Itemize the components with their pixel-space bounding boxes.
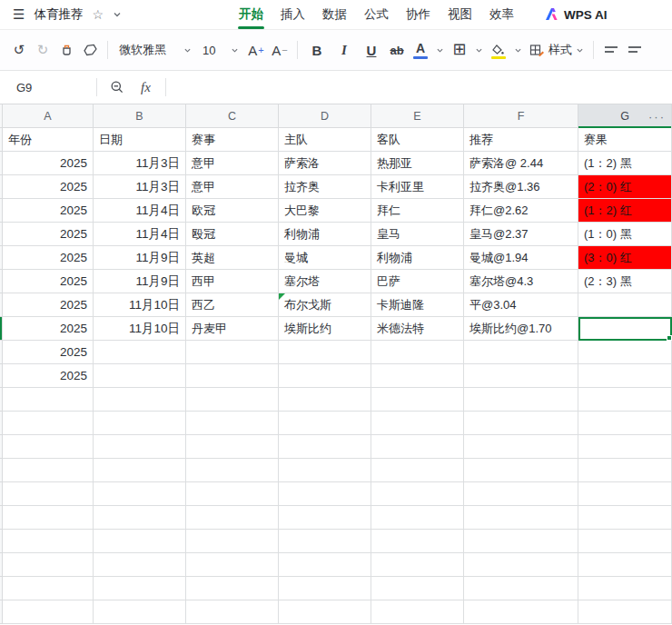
zoom-out-search-icon[interactable] [103, 80, 132, 94]
cell[interactable] [279, 412, 371, 435]
cell[interactable] [464, 482, 578, 506]
cell[interactable] [578, 553, 672, 577]
cell[interactable] [279, 600, 371, 624]
cell[interactable] [94, 553, 186, 577]
cell[interactable] [94, 459, 186, 482]
cell[interactable] [186, 506, 279, 530]
cell[interactable] [578, 600, 672, 624]
cell[interactable]: 卡利亚里 [371, 175, 464, 199]
cell[interactable] [464, 506, 578, 530]
cell[interactable] [94, 482, 186, 506]
cell[interactable] [186, 364, 279, 388]
cell[interactable]: 曼城@1.94 [464, 246, 578, 270]
cell[interactable] [3, 482, 94, 506]
tab-home[interactable]: 开始 [239, 0, 263, 29]
font-size-select[interactable]: 10 [197, 37, 244, 63]
cell[interactable] [186, 435, 279, 459]
cell[interactable] [186, 388, 279, 412]
bold-button[interactable]: B [303, 37, 331, 63]
cell[interactable]: 平@3.04 [464, 293, 578, 317]
cell[interactable] [3, 388, 94, 412]
cell[interactable] [464, 388, 578, 412]
cell[interactable]: 西乙 [186, 293, 279, 317]
cell[interactable] [94, 435, 186, 459]
cell[interactable] [371, 553, 464, 577]
cell[interactable] [279, 435, 371, 459]
strikethrough-button[interactable]: ab [385, 37, 409, 63]
cell[interactable] [279, 341, 371, 364]
cell[interactable] [464, 412, 578, 435]
cell[interactable] [94, 412, 186, 435]
cell[interactable]: 卡斯迪隆 [371, 293, 464, 317]
cell[interactable]: 萨索洛@ 2.44 [464, 152, 578, 175]
cell[interactable] [186, 341, 279, 364]
cell[interactable]: 英超 [186, 246, 279, 270]
cell[interactable] [186, 459, 279, 482]
cell[interactable]: 皇马@2.37 [464, 223, 578, 246]
tab-view[interactable]: 视图 [448, 0, 472, 29]
cell[interactable]: 2025 [3, 317, 94, 341]
cell[interactable]: 拉齐奥 [279, 175, 371, 199]
format-painter-icon[interactable] [54, 37, 78, 63]
borders-dropdown[interactable] [471, 37, 487, 63]
cell[interactable] [578, 293, 672, 317]
cell[interactable]: 11月9日 [94, 270, 186, 293]
cell[interactable] [94, 506, 186, 530]
fill-color-button[interactable] [487, 37, 510, 63]
cell[interactable] [464, 600, 578, 624]
cell[interactable] [578, 364, 672, 388]
cell[interactable] [578, 482, 672, 506]
cell[interactable] [578, 341, 672, 364]
cell[interactable] [464, 364, 578, 388]
cell[interactable] [371, 577, 464, 600]
cell[interactable]: 2025 [3, 223, 94, 246]
cell[interactable]: 米德法特 [371, 317, 464, 341]
cell[interactable]: 巴萨 [371, 270, 464, 293]
cell[interactable] [371, 482, 464, 506]
cell[interactable] [371, 530, 464, 553]
cell[interactable] [464, 459, 578, 482]
cell[interactable] [94, 577, 186, 600]
cell[interactable]: 利物浦 [371, 246, 464, 270]
cell[interactable] [578, 530, 672, 553]
cell[interactable]: 拜仁@2.62 [464, 199, 578, 223]
cell[interactable] [464, 341, 578, 364]
align-middle-button[interactable] [623, 37, 647, 63]
cell[interactable] [279, 553, 371, 577]
cell[interactable] [279, 482, 371, 506]
cell[interactable]: 利物浦 [279, 223, 371, 246]
cell[interactable]: 塞尔塔@4.3 [464, 270, 578, 293]
cell[interactable] [464, 530, 578, 553]
cell[interactable]: 曼城 [279, 246, 371, 270]
cell[interactable] [578, 412, 672, 435]
font-color-dropdown[interactable] [432, 37, 448, 63]
cell[interactable]: 布尔戈斯 [279, 293, 371, 317]
cell[interactable]: 2025 [3, 199, 94, 223]
column-header-F[interactable]: F [464, 104, 578, 127]
cell[interactable]: (2：3) 黑 [578, 270, 672, 293]
tab-insert[interactable]: 插入 [281, 0, 305, 29]
cell[interactable]: 西甲 [186, 270, 279, 293]
cell-styles-button[interactable]: 样式 [526, 37, 588, 63]
cell[interactable] [371, 412, 464, 435]
cell[interactable] [3, 506, 94, 530]
column-header-D[interactable]: D [279, 104, 371, 127]
cell[interactable] [186, 553, 279, 577]
tab-data[interactable]: 数据 [322, 0, 347, 29]
cell[interactable]: 2025 [3, 246, 94, 270]
main-menu-icon[interactable]: ☰ [13, 6, 25, 23]
cell[interactable] [186, 412, 279, 435]
cell[interactable]: 埃斯比约@1.70 [464, 317, 578, 341]
cell[interactable] [94, 530, 186, 553]
cell[interactable] [578, 388, 672, 412]
cell[interactable] [94, 341, 186, 364]
cell[interactable]: 赛果 [578, 128, 672, 152]
favorite-star-icon[interactable]: ☆ [92, 7, 104, 22]
cell[interactable] [186, 482, 279, 506]
cell[interactable]: 拜仁 [371, 199, 464, 223]
column-header-C[interactable]: C [186, 104, 279, 127]
tab-efficiency[interactable]: 效率 [489, 0, 514, 29]
cell[interactable] [464, 435, 578, 459]
cell[interactable] [186, 600, 279, 624]
cell[interactable] [279, 530, 371, 553]
